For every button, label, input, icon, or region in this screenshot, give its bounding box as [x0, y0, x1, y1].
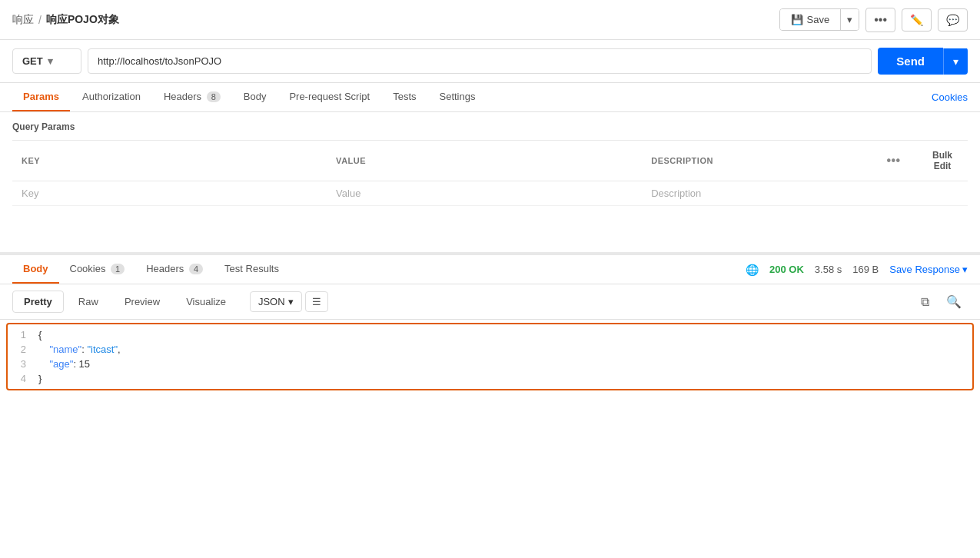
- send-arrow-icon: ▾: [953, 55, 958, 68]
- response-section: Body Cookies 1 Headers 4 Test Results 🌐 …: [0, 252, 980, 394]
- params-section: Query Params KEY VALUE DESCRIPTION ••• B…: [0, 112, 980, 206]
- search-button[interactable]: 🔍: [940, 291, 968, 313]
- response-tab-headers[interactable]: Headers 4: [135, 255, 214, 284]
- top-actions: 💾 Save ▾ ••• ✏️ 💬: [779, 8, 968, 32]
- row-extra-cell: [917, 181, 968, 206]
- code-line-1: 1 {: [8, 327, 972, 342]
- tab-authorization[interactable]: Authorization: [71, 83, 151, 111]
- value-cell[interactable]: Value: [327, 181, 642, 206]
- code-viewer: 1 { 2 "name": "itcast", 3 "age": 15 4 }: [0, 320, 980, 394]
- tab-headers[interactable]: Headers 8: [153, 83, 231, 111]
- method-label: GET: [22, 55, 43, 67]
- url-bar-section: GET ▾ Send ▾: [0, 40, 980, 83]
- edit-icon: ✏️: [910, 14, 923, 26]
- wrap-icon: ☰: [312, 296, 321, 307]
- tab-params[interactable]: Params: [12, 83, 70, 111]
- globe-icon: 🌐: [746, 264, 759, 276]
- response-tabs-bar: Body Cookies 1 Headers 4 Test Results 🌐 …: [0, 255, 980, 284]
- row-action-cell: [870, 181, 917, 206]
- save-dropdown-button[interactable]: ▾: [840, 9, 859, 30]
- save-button-group: 💾 Save ▾: [779, 8, 860, 31]
- params-table: KEY VALUE DESCRIPTION ••• Bulk Edit Key …: [12, 140, 968, 206]
- table-options-icon[interactable]: •••: [886, 154, 900, 167]
- cookies-link[interactable]: Cookies: [932, 84, 968, 111]
- breadcrumb-separator: /: [38, 14, 42, 26]
- col-header-description: DESCRIPTION: [642, 141, 870, 181]
- col-header-action: •••: [870, 141, 917, 181]
- response-format-bar: Pretty Raw Preview Visualize JSON ▾ ☰ ⧉ …: [0, 284, 980, 320]
- col-header-key: KEY: [12, 141, 327, 181]
- code-line-2: 2 "name": "itcast",: [8, 342, 972, 357]
- send-button[interactable]: Send: [878, 48, 943, 75]
- tab-pre-request-script[interactable]: Pre-request Script: [278, 83, 380, 111]
- comment-icon-button[interactable]: 💬: [938, 8, 968, 32]
- response-tab-cookies[interactable]: Cookies 1: [59, 255, 136, 284]
- col-header-value: VALUE: [327, 141, 642, 181]
- send-button-group: Send ▾: [878, 48, 968, 75]
- response-actions: ⧉ 🔍: [915, 291, 968, 313]
- bulk-edit-button[interactable]: Bulk Edit: [926, 147, 958, 174]
- url-input[interactable]: [88, 48, 872, 74]
- format-tab-pretty[interactable]: Pretty: [12, 291, 64, 313]
- search-icon: 🔍: [946, 295, 962, 308]
- key-cell[interactable]: Key: [12, 181, 327, 206]
- code-line-4: 4 }: [8, 371, 972, 386]
- code-line-3: 3 "age": 15: [8, 357, 972, 371]
- method-select[interactable]: GET ▾: [12, 48, 81, 74]
- tab-settings[interactable]: Settings: [429, 83, 487, 111]
- format-tab-preview[interactable]: Preview: [113, 291, 171, 313]
- wrap-icon-button[interactable]: ☰: [305, 291, 328, 312]
- table-row: Key Value Description: [12, 181, 968, 206]
- save-response-button[interactable]: Save Response ▾: [889, 264, 968, 275]
- params-table-header: KEY VALUE DESCRIPTION ••• Bulk Edit: [12, 141, 968, 181]
- response-time: 3.58 s: [815, 264, 842, 275]
- breadcrumb-current: 响应POJO对象: [46, 13, 119, 27]
- save-icon: 💾: [791, 14, 803, 25]
- json-format-select[interactable]: JSON ▾: [250, 291, 302, 312]
- copy-icon: ⧉: [921, 295, 929, 308]
- more-button[interactable]: •••: [865, 8, 895, 32]
- query-params-title: Query Params: [12, 121, 968, 132]
- response-size: 169 B: [852, 264, 879, 275]
- format-tab-raw[interactable]: Raw: [67, 291, 110, 313]
- format-tab-visualize[interactable]: Visualize: [174, 291, 238, 313]
- method-arrow: ▾: [48, 55, 53, 67]
- top-bar: 响应 / 响应POJO对象 💾 Save ▾ ••• ✏️ 💬: [0, 0, 980, 40]
- save-label: Save: [807, 14, 830, 25]
- send-dropdown-button[interactable]: ▾: [943, 48, 968, 75]
- response-tab-body[interactable]: Body: [12, 255, 59, 284]
- save-button[interactable]: 💾 Save: [780, 9, 841, 30]
- response-meta: 🌐 200 OK 3.58 s 169 B Save Response ▾: [746, 264, 968, 276]
- json-code-block: 1 { 2 "name": "itcast", 3 "age": 15 4 }: [6, 323, 974, 390]
- tab-tests[interactable]: Tests: [382, 83, 427, 111]
- response-tab-test-results[interactable]: Test Results: [214, 255, 290, 284]
- breadcrumb-parent: 响应: [12, 13, 34, 27]
- request-tabs: Params Authorization Headers 8 Body Pre-…: [0, 83, 980, 112]
- edit-icon-button[interactable]: ✏️: [902, 8, 932, 32]
- breadcrumb: 响应 / 响应POJO对象: [12, 13, 119, 27]
- comment-icon: 💬: [946, 14, 959, 26]
- col-header-bulk-edit: Bulk Edit: [917, 141, 968, 181]
- copy-button[interactable]: ⧉: [915, 291, 935, 313]
- tab-body[interactable]: Body: [233, 83, 277, 111]
- status-badge: 200 OK: [769, 264, 804, 275]
- description-cell[interactable]: Description: [642, 181, 870, 206]
